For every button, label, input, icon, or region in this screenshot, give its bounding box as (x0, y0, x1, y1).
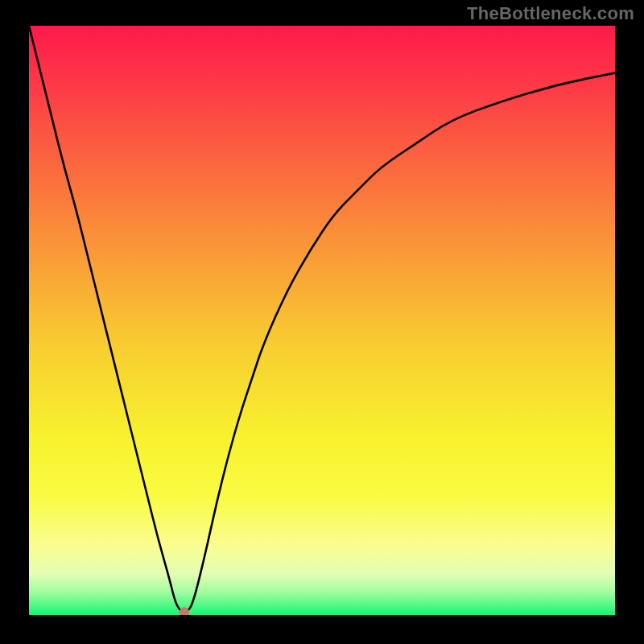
watermark-text: TheBottleneck.com (467, 3, 634, 24)
chart-frame: TheBottleneck.com (0, 0, 644, 644)
minimum-marker (180, 607, 189, 615)
bottleneck-curve (29, 26, 615, 615)
plot-area (29, 26, 615, 615)
curve-line (29, 26, 615, 612)
